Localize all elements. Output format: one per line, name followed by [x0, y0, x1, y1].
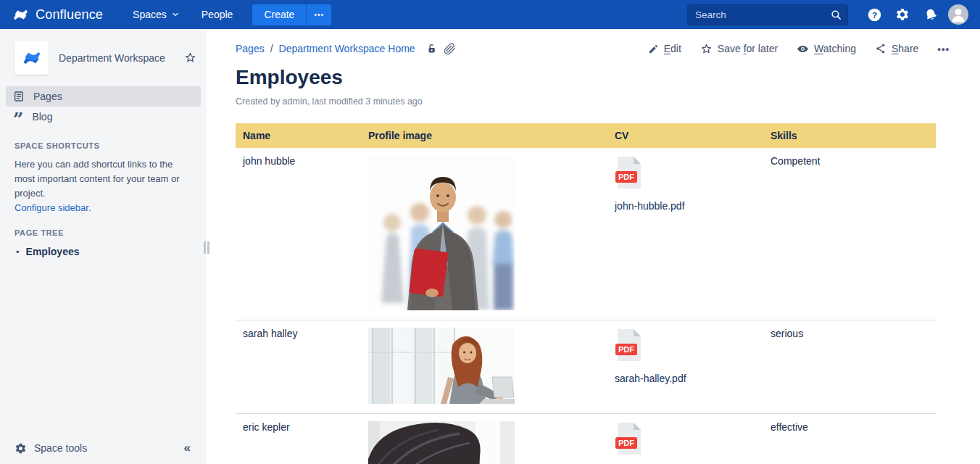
column-header-skills: Skills: [763, 123, 936, 148]
space-header: Department Workspace: [0, 29, 207, 86]
tree-bullet: •: [16, 246, 20, 257]
create-button[interactable]: Create: [252, 4, 306, 25]
pdf-icon[interactable]: PDF: [615, 328, 644, 365]
page-tree: • Employees: [0, 237, 207, 257]
share-button[interactable]: Share: [875, 43, 918, 54]
edit-button[interactable]: Edit: [648, 43, 681, 54]
nav-spaces[interactable]: Spaces: [122, 0, 191, 29]
cv-attachment: PDF eric-kepler.pdf: [615, 421, 756, 464]
profile-image-eric-kepler[interactable]: [368, 421, 600, 464]
gear-icon: [895, 7, 910, 22]
page-title: Employees: [236, 66, 950, 89]
profile-image-john-hubble[interactable]: [368, 155, 600, 312]
sidebar-resize-handle[interactable]: [204, 241, 211, 254]
share-label: Share: [892, 43, 918, 54]
favorite-space-button[interactable]: [184, 51, 196, 64]
employee-name: john hubble: [236, 148, 361, 320]
search-icon[interactable]: [830, 9, 842, 24]
svg-text:PDF: PDF: [618, 345, 634, 354]
settings-button[interactable]: [892, 4, 913, 25]
eye-icon: [797, 43, 809, 55]
sidebar-item-blog[interactable]: ” Blog: [6, 107, 201, 127]
space-navigation: Pages ” Blog: [0, 86, 207, 127]
page-tree-item: • Employees: [16, 246, 192, 257]
table-row: sarah halley: [236, 320, 936, 414]
nav-people-label: People: [202, 9, 233, 20]
attachments-icon[interactable]: [444, 43, 456, 55]
employees-table: Name Profile image CV Skills john hubble: [236, 123, 936, 464]
bell-icon: [923, 7, 939, 22]
confluence-app: Confluence Spaces People Create •••: [0, 0, 980, 464]
column-header-profile-image: Profile image: [361, 123, 607, 148]
more-actions-button[interactable]: •••: [937, 44, 950, 54]
star-outline-icon: [184, 51, 196, 64]
nav-people[interactable]: People: [191, 0, 244, 29]
help-button[interactable]: ?: [863, 4, 885, 25]
svg-text:PDF: PDF: [618, 173, 634, 181]
pencil-icon: [648, 44, 659, 54]
sidebar-footer: Space tools «: [0, 432, 207, 464]
table-row: john hubble: [236, 148, 936, 320]
employee-skills: serious: [763, 320, 936, 414]
content-header-row: Pages / Department Workspace Home: [236, 41, 950, 57]
share-icon: [875, 43, 886, 54]
create-more-button[interactable]: •••: [306, 4, 331, 25]
breadcrumb-separator: /: [270, 43, 273, 54]
sidebar: Department Workspace Pages: [0, 29, 207, 464]
cv-attachment: PDF sarah-halley.pdf: [615, 328, 756, 384]
create-button-group: Create •••: [252, 4, 331, 25]
employee-name: eric kepler: [236, 414, 361, 464]
help-icon: ?: [867, 7, 882, 22]
avatar-icon: [948, 4, 968, 25]
page-tree-link-employees[interactable]: Employees: [26, 246, 80, 257]
breadcrumb-icons: [425, 43, 456, 55]
notifications-button[interactable]: [920, 4, 942, 25]
breadcrumb-workspace-home[interactable]: Department Workspace Home: [279, 43, 415, 54]
pdf-icon[interactable]: PDF: [615, 421, 644, 458]
more-icon: •••: [937, 44, 950, 54]
gear-icon: [14, 442, 27, 455]
search-input[interactable]: [687, 4, 848, 25]
pdf-icon[interactable]: PDF: [615, 155, 644, 192]
unlocked-icon[interactable]: [425, 43, 438, 55]
nav-spaces-label: Spaces: [133, 9, 167, 20]
navbar-left: Confluence Spaces People Create •••: [12, 0, 331, 29]
chevron-down-icon: [171, 10, 180, 19]
breadcrumb: Pages / Department Workspace Home: [236, 43, 456, 55]
top-navbar: Confluence Spaces People Create •••: [0, 0, 980, 29]
employee-skills: Competent: [763, 148, 936, 320]
space-name[interactable]: Department Workspace: [59, 52, 174, 64]
edit-label: Edit: [664, 43, 681, 54]
space-shortcuts-heading: SPACE SHORTCUTS: [0, 127, 207, 150]
breadcrumb-pages[interactable]: Pages: [236, 43, 265, 54]
save-for-later-button[interactable]: Save for later: [700, 43, 778, 55]
column-header-cv: CV: [607, 123, 763, 148]
page-byline: Created by admin, last modified 3 minute…: [236, 96, 950, 107]
employee-name: sarah halley: [236, 320, 361, 414]
profile-image-sarah-halley[interactable]: [368, 328, 600, 406]
svg-text:PDF: PDF: [618, 439, 634, 447]
cv-attachment: PDF john-hubble.pdf: [615, 155, 756, 212]
brand-name: Confluence: [36, 7, 103, 22]
watching-button[interactable]: Watching: [797, 43, 856, 55]
cv-filename-link[interactable]: john-hubble.pdf: [615, 200, 756, 212]
collapse-sidebar-button[interactable]: «: [180, 441, 195, 455]
user-avatar[interactable]: [948, 4, 968, 25]
table-row: eric kepler: [236, 414, 936, 464]
employee-skills: effective: [763, 414, 936, 464]
navbar-right: ?: [687, 4, 968, 25]
configure-sidebar-link[interactable]: Configure sidebar.: [0, 202, 106, 213]
space-tools-button[interactable]: Space tools: [14, 442, 87, 455]
page-actions: Edit Save for later: [648, 43, 950, 55]
page-content: Pages / Department Workspace Home: [207, 29, 980, 464]
table-header-row: Name Profile image CV Skills: [236, 123, 936, 148]
cv-filename-link[interactable]: sarah-halley.pdf: [615, 373, 756, 384]
pages-icon: [13, 91, 25, 102]
sidebar-item-label: Pages: [33, 91, 62, 102]
space-logo-icon[interactable]: [14, 41, 49, 75]
confluence-home-link[interactable]: Confluence: [12, 6, 103, 24]
page-tree-heading: PAGE TREE: [0, 214, 207, 237]
sidebar-item-pages[interactable]: Pages: [6, 86, 201, 107]
search-box: [687, 4, 848, 25]
blog-icon: ”: [13, 116, 23, 123]
